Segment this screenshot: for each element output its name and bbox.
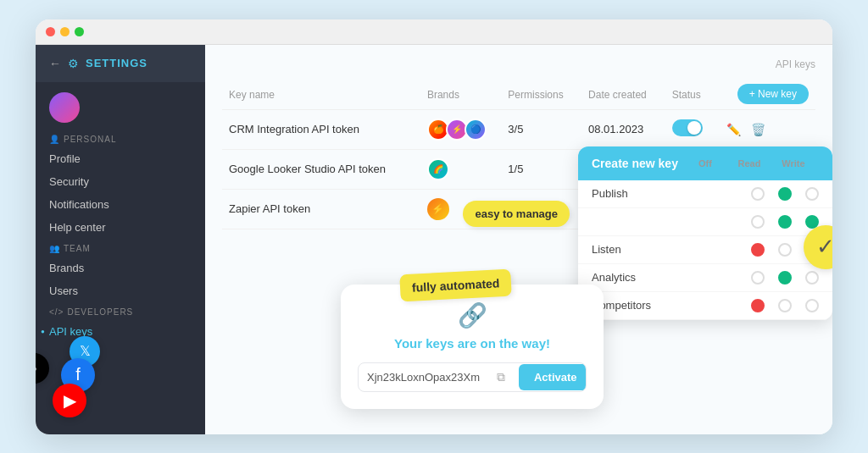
traffic-yellow[interactable] (60, 27, 70, 36)
radio-write-4[interactable] (805, 271, 819, 285)
brands-cell: 🌈 (420, 149, 501, 189)
radio-read-5[interactable] (778, 299, 792, 312)
traffic-red[interactable] (46, 27, 55, 36)
perm-row-competitors: Competitors (578, 292, 832, 320)
col-actions: + New key (716, 80, 815, 110)
browser-content: ← ⚙ SETTINGS 👤 PERSONAL Profile Security… (36, 45, 832, 434)
sidebar-header: ← ⚙ SETTINGS (36, 45, 205, 82)
sidebar: ← ⚙ SETTINGS 👤 PERSONAL Profile Security… (36, 45, 205, 434)
browser-titlebar (36, 19, 832, 45)
radio-write[interactable] (805, 187, 819, 201)
perm-row-2 (578, 208, 832, 236)
radio-off-2[interactable] (751, 215, 765, 229)
col-read-label: Read (734, 158, 765, 168)
col-brands: Brands (420, 80, 501, 110)
badge-automated: fully automated (399, 268, 512, 301)
sidebar-item-security[interactable]: Security (36, 170, 205, 193)
sidebar-item-notifications[interactable]: Notifications (36, 193, 205, 216)
activation-title: Your keys are on the way! (358, 336, 587, 351)
sidebar-item-profile[interactable]: Profile (36, 147, 205, 170)
key-name-cell: Zapier API token (222, 189, 420, 229)
col-keyname: Key name (222, 80, 420, 110)
status-cell (665, 109, 717, 149)
create-key-title: Create new key (592, 157, 678, 170)
sidebar-item-brands[interactable]: Brands (36, 257, 205, 279)
perm-row-listen: Listen (578, 236, 832, 264)
perm-row-analytics: Analytics (578, 264, 832, 292)
create-key-header: Create new key Off Read Write (578, 146, 832, 180)
key-field-row: Xjn23kLoxnOpax23Xm ⧉ Activate (358, 362, 587, 392)
social-cluster: ♪ 𝕏 📷 f in ▶ (36, 282, 188, 434)
new-key-button[interactable]: + New key (737, 84, 809, 104)
permissions-cell: 1/5 (501, 149, 581, 189)
sidebar-item-helpcenter[interactable]: Help center (36, 216, 205, 239)
brands-cell: 🍊 ⚡ 🔵 (420, 109, 501, 149)
toggle-on[interactable] (672, 119, 703, 136)
date-cell: 08.01.2023 (581, 109, 665, 149)
link-icon: 🔗 (358, 301, 587, 329)
team-section-label: 👥 TEAM (36, 239, 205, 257)
col-write-label: Write (778, 158, 809, 168)
brand-dot-3: 🔵 (465, 119, 487, 141)
key-name-cell: Google Looker Studio API token (222, 149, 420, 189)
radio-read-4[interactable] (778, 271, 792, 285)
personal-section-label: 👤 PERSONAL (36, 130, 205, 147)
key-value: Xjn23kLoxnOpax23Xm (359, 364, 488, 390)
back-arrow[interactable]: ← (49, 57, 61, 70)
col-date: Date created (581, 80, 665, 110)
col-status: Status (665, 80, 717, 110)
settings-title: SETTINGS (86, 57, 147, 69)
edit-button[interactable]: ✏️ (723, 121, 744, 138)
activate-button[interactable]: Activate (519, 364, 587, 390)
main-content: API keys Key name Brands Permissions Dat… (205, 45, 832, 434)
perm-name-competitors: Competitors (592, 299, 744, 312)
radio-read-3[interactable] (778, 243, 792, 257)
table-row: CRM Integration API token 🍊 ⚡ 🔵 3/5 08.0… (222, 109, 815, 149)
browser-window: ← ⚙ SETTINGS 👤 PERSONAL Profile Security… (36, 19, 832, 434)
delete-button[interactable]: 🗑️ (748, 121, 769, 138)
key-name-cell: CRM Integration API token (222, 109, 420, 149)
page-label: API keys (776, 58, 815, 70)
perm-name-analytics: Analytics (592, 271, 744, 284)
radio-read-2[interactable] (778, 215, 792, 229)
avatar (49, 92, 80, 123)
radio-off-5[interactable] (751, 299, 765, 312)
youtube-icon[interactable]: ▶ (53, 384, 86, 417)
radio-off[interactable] (751, 187, 765, 201)
col-off-label: Off (690, 158, 721, 168)
radio-read[interactable] (778, 187, 792, 201)
badge-easy: easy to manage (463, 201, 570, 227)
brand-dot-4: 🌈 (427, 158, 449, 180)
create-key-popup: Create new key Off Read Write Publish (578, 146, 832, 320)
actions-cell: ✏️ 🗑️ (716, 109, 815, 149)
activation-popup: 🔗 Your keys are on the way! Xjn23kLoxnOp… (341, 285, 604, 409)
radio-off-4[interactable] (751, 271, 765, 285)
col-permissions: Permissions (501, 80, 581, 110)
perm-name: Publish (592, 187, 744, 200)
permissions-cell: 3/5 (501, 109, 581, 149)
settings-gear-icon: ⚙ (68, 57, 79, 70)
tiktok-icon[interactable]: ♪ (36, 353, 49, 384)
perm-row-publish: Publish (578, 180, 832, 208)
radio-off-3[interactable] (751, 243, 765, 257)
traffic-green[interactable] (75, 27, 84, 36)
radio-write-5[interactable] (805, 299, 819, 312)
perm-name-listen: Listen (592, 243, 744, 256)
copy-button[interactable]: ⧉ (488, 363, 514, 391)
